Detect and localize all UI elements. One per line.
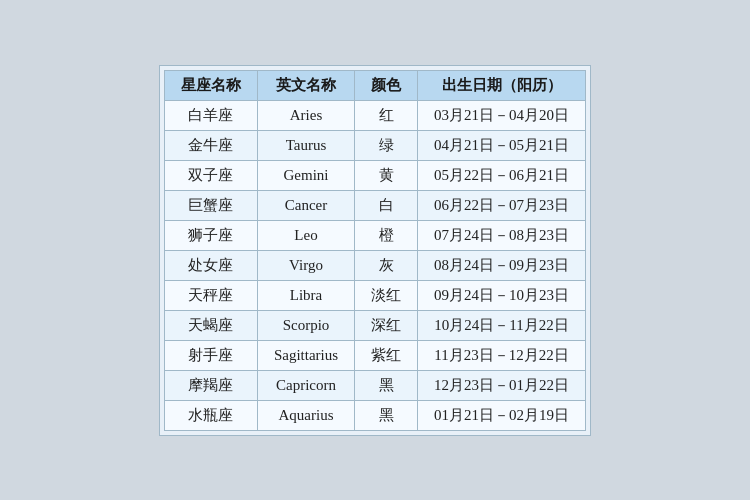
cell-chinese-name: 天蝎座	[164, 310, 257, 340]
cell-dates: 03月21日－04月20日	[418, 100, 586, 130]
cell-color: 紫红	[355, 340, 418, 370]
cell-chinese-name: 白羊座	[164, 100, 257, 130]
cell-english-name: Aquarius	[257, 400, 354, 430]
cell-color: 黑	[355, 370, 418, 400]
cell-chinese-name: 处女座	[164, 250, 257, 280]
cell-chinese-name: 金牛座	[164, 130, 257, 160]
cell-english-name: Capricorn	[257, 370, 354, 400]
cell-english-name: Gemini	[257, 160, 354, 190]
header-color: 颜色	[355, 70, 418, 100]
zodiac-table-container: 星座名称 英文名称 颜色 出生日期（阳历） 白羊座Aries红03月21日－04…	[159, 65, 591, 436]
cell-color: 红	[355, 100, 418, 130]
table-row: 射手座Sagittarius紫红11月23日－12月22日	[164, 340, 585, 370]
table-row: 双子座Gemini黄05月22日－06月21日	[164, 160, 585, 190]
table-row: 处女座Virgo灰08月24日－09月23日	[164, 250, 585, 280]
cell-dates: 01月21日－02月19日	[418, 400, 586, 430]
header-english-name: 英文名称	[257, 70, 354, 100]
cell-english-name: Leo	[257, 220, 354, 250]
cell-dates: 11月23日－12月22日	[418, 340, 586, 370]
cell-dates: 12月23日－01月22日	[418, 370, 586, 400]
cell-color: 灰	[355, 250, 418, 280]
header-dates: 出生日期（阳历）	[418, 70, 586, 100]
cell-english-name: Cancer	[257, 190, 354, 220]
table-row: 白羊座Aries红03月21日－04月20日	[164, 100, 585, 130]
cell-dates: 08月24日－09月23日	[418, 250, 586, 280]
cell-dates: 04月21日－05月21日	[418, 130, 586, 160]
cell-color: 橙	[355, 220, 418, 250]
table-row: 巨蟹座Cancer白06月22日－07月23日	[164, 190, 585, 220]
cell-color: 绿	[355, 130, 418, 160]
cell-color: 黑	[355, 400, 418, 430]
cell-chinese-name: 射手座	[164, 340, 257, 370]
table-row: 狮子座Leo橙07月24日－08月23日	[164, 220, 585, 250]
cell-color: 深红	[355, 310, 418, 340]
cell-english-name: Sagittarius	[257, 340, 354, 370]
cell-chinese-name: 狮子座	[164, 220, 257, 250]
cell-color: 白	[355, 190, 418, 220]
cell-english-name: Scorpio	[257, 310, 354, 340]
table-header-row: 星座名称 英文名称 颜色 出生日期（阳历）	[164, 70, 585, 100]
cell-dates: 09月24日－10月23日	[418, 280, 586, 310]
table-row: 摩羯座Capricorn黑12月23日－01月22日	[164, 370, 585, 400]
cell-color: 黄	[355, 160, 418, 190]
cell-dates: 10月24日－11月22日	[418, 310, 586, 340]
cell-chinese-name: 天秤座	[164, 280, 257, 310]
cell-chinese-name: 摩羯座	[164, 370, 257, 400]
cell-dates: 06月22日－07月23日	[418, 190, 586, 220]
header-chinese-name: 星座名称	[164, 70, 257, 100]
table-row: 金牛座Taurus绿04月21日－05月21日	[164, 130, 585, 160]
cell-dates: 05月22日－06月21日	[418, 160, 586, 190]
cell-color: 淡红	[355, 280, 418, 310]
table-row: 天蝎座Scorpio深红10月24日－11月22日	[164, 310, 585, 340]
table-row: 水瓶座Aquarius黑01月21日－02月19日	[164, 400, 585, 430]
cell-english-name: Taurus	[257, 130, 354, 160]
cell-english-name: Virgo	[257, 250, 354, 280]
cell-chinese-name: 双子座	[164, 160, 257, 190]
cell-dates: 07月24日－08月23日	[418, 220, 586, 250]
table-row: 天秤座Libra淡红09月24日－10月23日	[164, 280, 585, 310]
cell-chinese-name: 巨蟹座	[164, 190, 257, 220]
cell-english-name: Libra	[257, 280, 354, 310]
cell-english-name: Aries	[257, 100, 354, 130]
cell-chinese-name: 水瓶座	[164, 400, 257, 430]
zodiac-table: 星座名称 英文名称 颜色 出生日期（阳历） 白羊座Aries红03月21日－04…	[164, 70, 586, 431]
